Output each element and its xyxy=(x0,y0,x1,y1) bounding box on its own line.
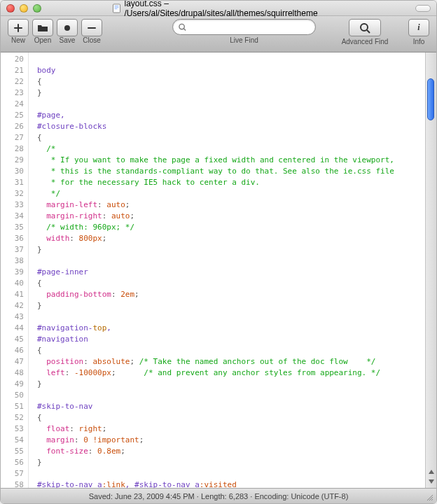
save-button[interactable] xyxy=(57,19,78,36)
svg-rect-2 xyxy=(115,7,119,8)
line-number: 51 xyxy=(1,401,24,412)
line-number: 26 xyxy=(1,121,24,132)
line-number: 54 xyxy=(1,435,24,446)
line-number: 36 xyxy=(1,233,24,244)
resize-grip-icon[interactable] xyxy=(425,493,433,501)
line-number: 25 xyxy=(1,110,24,121)
code-content[interactable]: body { } #page, #closure-blocks { /* * I… xyxy=(29,52,425,488)
close-label: Close xyxy=(81,36,102,44)
new-button[interactable] xyxy=(8,19,29,36)
advanced-find-label: Advanced Find xyxy=(337,38,393,46)
line-number: 46 xyxy=(1,345,24,356)
line-number: 27 xyxy=(1,132,24,144)
line-number: 28 xyxy=(1,144,24,155)
open-button[interactable] xyxy=(32,19,53,36)
statusbar: Saved: June 23, 2009 4:45 PM · Length: 6… xyxy=(1,488,436,503)
line-number: 53 xyxy=(1,424,24,435)
line-number: 22 xyxy=(1,76,24,88)
line-number: 42 xyxy=(1,300,24,312)
line-number: 45 xyxy=(1,334,24,345)
line-number: 24 xyxy=(1,99,24,110)
plus-icon xyxy=(13,23,23,33)
live-find-field[interactable] xyxy=(172,19,316,35)
line-number: 23 xyxy=(1,88,24,99)
svg-point-5 xyxy=(179,24,184,29)
line-number: 35 xyxy=(1,222,24,233)
window-titlebar: layout.css – /Users/al/Sites/drupal/site… xyxy=(1,1,436,16)
save-label: Save xyxy=(57,36,78,44)
minimize-window-icon[interactable] xyxy=(20,4,28,13)
advanced-find-button[interactable] xyxy=(349,19,381,36)
svg-line-11 xyxy=(431,499,433,500)
line-number: 31 xyxy=(1,177,24,188)
scroll-down-arrow-icon[interactable] xyxy=(428,478,435,485)
vertical-scrollbar[interactable] xyxy=(425,52,436,488)
line-number: 55 xyxy=(1,446,24,457)
line-number: 52 xyxy=(1,412,24,424)
line-number: 41 xyxy=(1,289,24,300)
info-icon: i xyxy=(417,22,419,33)
info-label: Info xyxy=(413,38,425,46)
line-number: 20 xyxy=(1,54,24,65)
svg-line-8 xyxy=(367,30,370,33)
line-number: 32 xyxy=(1,188,24,200)
line-number: 39 xyxy=(1,267,24,278)
title-wrap: layout.css – /Users/al/Sites/drupal/site… xyxy=(110,0,328,18)
svg-rect-3 xyxy=(115,8,118,9)
new-label: New xyxy=(8,36,29,44)
line-number: 56 xyxy=(1,457,24,468)
line-number: 47 xyxy=(1,356,24,368)
search-icon xyxy=(179,23,186,31)
scroll-thumb[interactable] xyxy=(427,78,434,120)
toolbar-file-group: New Open Save Close xyxy=(8,19,102,44)
line-number-gutter: 2021222324252627282930313233343536373839… xyxy=(1,52,29,488)
line-number: 37 xyxy=(1,244,24,255)
minus-icon xyxy=(87,23,97,33)
close-button[interactable] xyxy=(81,19,102,36)
status-text: Saved: June 23, 2009 4:45 PM · Length: 6… xyxy=(89,492,349,500)
live-find-group: Live Find xyxy=(172,19,316,44)
document-icon xyxy=(113,4,122,13)
line-number: 34 xyxy=(1,211,24,222)
info-button[interactable]: i xyxy=(408,19,429,36)
svg-point-7 xyxy=(361,24,368,31)
folder-icon xyxy=(37,24,48,32)
advanced-find-group: Advanced Find xyxy=(337,19,393,46)
magnifier-icon xyxy=(359,22,370,34)
window-title: layout.css – /Users/al/Sites/drupal/site… xyxy=(125,0,328,18)
line-number: 29 xyxy=(1,155,24,166)
open-label: Open xyxy=(32,36,53,44)
svg-point-4 xyxy=(64,25,70,31)
live-find-label: Live Find xyxy=(230,36,258,44)
editor-area: 2021222324252627282930313233343536373839… xyxy=(1,52,436,488)
line-number: 21 xyxy=(1,65,24,76)
line-number: 49 xyxy=(1,379,24,390)
line-number: 30 xyxy=(1,166,24,177)
line-number: 43 xyxy=(1,312,24,323)
line-number: 33 xyxy=(1,200,24,211)
line-number: 58 xyxy=(1,479,24,488)
line-number: 57 xyxy=(1,468,24,479)
search-input[interactable] xyxy=(189,22,310,32)
svg-line-6 xyxy=(183,28,186,30)
toolbar-pill-icon[interactable] xyxy=(415,5,431,12)
scroll-up-arrow-icon[interactable] xyxy=(428,468,435,475)
traffic-lights xyxy=(6,4,41,13)
line-number: 48 xyxy=(1,368,24,379)
dot-icon xyxy=(64,24,71,31)
line-number: 50 xyxy=(1,390,24,401)
line-number: 40 xyxy=(1,278,24,289)
line-number: 44 xyxy=(1,323,24,334)
toolbar: New Open Save Close Live Find Advanced F… xyxy=(1,16,436,52)
close-window-icon[interactable] xyxy=(6,4,15,13)
info-group: i Info xyxy=(408,19,429,46)
svg-rect-1 xyxy=(115,6,119,6)
zoom-window-icon[interactable] xyxy=(33,4,41,13)
line-number: 38 xyxy=(1,255,24,267)
